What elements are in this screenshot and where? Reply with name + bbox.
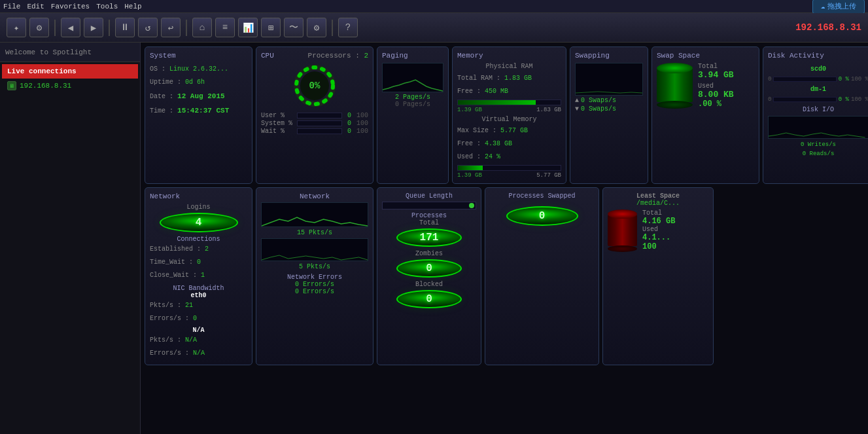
net-graph-1 (261, 202, 368, 227)
swap-total-val: 3.94 GB (698, 70, 734, 80)
swapping-panel: Swapping ▲ 0 Swaps/s ▼ 0 Swaps/s (570, 46, 648, 184)
toolbar-btn-9[interactable]: ≡ (215, 18, 235, 37)
toolbar-sep-4 (332, 20, 333, 36)
free-ram-line: Free : 450 MB (457, 85, 561, 98)
menu-bar: File Edit Favorites Tools Help ☁ 拖拽上传 (0, 0, 868, 13)
menu-edit[interactable]: Edit (27, 3, 44, 10)
free-ram-label: Free : (457, 88, 481, 95)
swaps-out-val: 0 Swaps/s (581, 105, 616, 113)
menu-tools[interactable]: Tools (96, 3, 118, 10)
free-ram-val: 450 MB (485, 88, 508, 95)
least-total-label: Total (642, 209, 675, 217)
virt-free-label: Free : (457, 140, 481, 147)
swap-total-label: Total (698, 63, 734, 70)
least-cylinder (608, 209, 637, 252)
refresh-icon: ⚙ (37, 22, 42, 33)
toolbar: ✦ ⚙ ◀ ▶ ⏸ ↺ ↩ ⌂ ≡ 📊 ⊞ 〜 ⚙ ? 192.168.8.31 (0, 13, 868, 43)
home-icon: ⌂ (200, 22, 205, 33)
paging-graph (382, 63, 443, 92)
wait-bar-track (297, 128, 342, 134)
least-space-label: Least Space (608, 192, 708, 200)
disk1-max: 100 % (851, 76, 868, 82)
system-bar-track (297, 120, 342, 126)
virt-used-line: Used : 24 % (457, 151, 561, 164)
net-rate2: 5 Pkts/s (261, 263, 368, 270)
procs-label: Processes (382, 212, 476, 219)
cloud-upload-btn[interactable]: ☁ 拖拽上传 (812, 0, 865, 14)
toolbar-btn-2[interactable]: ⚙ (29, 18, 49, 37)
time-line: Time : 15:42:37 CST (150, 103, 247, 118)
swaps-in-row: ▲ 0 Swaps/s (575, 97, 643, 104)
main-content: System OS : Linux 2.6.32... Uptime : 0d … (141, 43, 868, 434)
swaps-in-label: ▲ (575, 97, 579, 104)
swap-cylinder (657, 63, 693, 109)
back-icon: ◀ (68, 22, 73, 33)
net-errors-out: 0 Errors/s (261, 288, 368, 295)
swap-space-content: Total 3.94 GB Used 8.00 KB .00 % (657, 63, 754, 109)
wait-label: Wait % (261, 128, 295, 135)
grid-icon: ⊞ (268, 22, 273, 33)
row-1: System OS : Linux 2.6.32... Uptime : 0d … (145, 46, 864, 184)
system-panel: System OS : Linux 2.6.32... Uptime : 0d … (145, 46, 252, 184)
toolbar-btn-1[interactable]: ✦ (7, 18, 26, 37)
toolbar-btn-3[interactable]: ◀ (61, 18, 80, 37)
toolbar-btn-help[interactable]: ? (338, 18, 358, 37)
sidebar-item-connection[interactable]: 🖥 192.168.8.31 (2, 79, 138, 93)
disk2-max: 100 % (851, 96, 868, 103)
logins-label: Logins (150, 204, 247, 211)
cpu-pct: 0% (309, 81, 321, 91)
total-ram-line: Total RAM : 1.83 GB (457, 72, 561, 85)
processors-val: 2 (364, 52, 368, 60)
help-icon: ? (345, 22, 351, 33)
cyl-bottom (657, 101, 693, 109)
timewait-line: Time_Wait : 0 (150, 256, 247, 269)
toolbar-btn-13[interactable]: ⚙ (307, 18, 326, 37)
os-val: Linux 2.6.32... (169, 65, 228, 73)
queue-label: Queue Length (382, 192, 476, 200)
user-max: 100 (356, 112, 368, 119)
total-val: 171 (420, 232, 439, 244)
date-val: 12 Aug 2015 (177, 92, 225, 100)
least-total-val: 4.16 GB (642, 217, 675, 226)
cloud-icon: ☁ (821, 2, 825, 10)
menu-help[interactable]: Help (124, 3, 141, 10)
toolbar-btn-12[interactable]: 〜 (284, 18, 304, 37)
swaps-out-label: ▼ (575, 105, 579, 113)
toolbar-btn-10[interactable]: 📊 (238, 18, 258, 37)
nic-title: NIC Bandwidth (150, 285, 247, 292)
closewait-line: Close_Wait : 1 (150, 269, 247, 282)
cpu-panel: CPU Processors : 2 0% (256, 46, 373, 184)
least-used-label: Used (642, 226, 675, 233)
ram-bar-used: 1.39 GB (457, 107, 482, 113)
least-space-content: Total 4.16 GB Used 4.1... 100 (608, 209, 708, 252)
least-space-info: Total 4.16 GB Used 4.1... 100 (642, 209, 675, 251)
menu-favorites[interactable]: Favorites (51, 3, 90, 10)
cloud-btn-label: 拖拽上传 (827, 1, 856, 11)
mem-procs-panel: Processes Swapped 0 (485, 187, 599, 365)
toolbar-btn-8[interactable]: ⌂ (192, 18, 212, 37)
total-ram-val: 1.83 GB (504, 75, 532, 82)
toolbar-sep-2 (109, 20, 110, 36)
prev-icon: ↩ (168, 22, 173, 33)
sidebar-header: Welcome to Spotlight (0, 43, 140, 62)
swap-used-pct: .00 % (698, 99, 734, 109)
disk-io-graph (768, 116, 868, 139)
toolbar-btn-11[interactable]: ⊞ (261, 18, 281, 37)
net-graph-2 (261, 238, 368, 261)
time-label: Time : (150, 107, 173, 115)
disk1-bar-track (773, 77, 836, 82)
toolbar-btn-4[interactable]: ▶ (84, 18, 103, 37)
least-cyl-top (608, 209, 637, 219)
toolbar-btn-7[interactable]: ↩ (161, 18, 181, 37)
sidebar-header-text: Welcome to Spotlight (5, 48, 92, 56)
virt-bar-fill (458, 166, 483, 170)
menu-file[interactable]: File (3, 3, 20, 10)
virt-mem-title: Virtual Memory (457, 116, 561, 123)
conn-label: Connections (150, 236, 247, 243)
established-label: Established : (150, 245, 201, 253)
queue-bar-row (382, 202, 476, 209)
toolbar-btn-6[interactable]: ↺ (138, 18, 158, 37)
restart-icon: ↺ (145, 22, 150, 33)
disk-panel: Disk Activity scd0 0 0 % 100 % dm-1 0 (763, 46, 868, 184)
toolbar-btn-5[interactable]: ⏸ (115, 18, 135, 37)
